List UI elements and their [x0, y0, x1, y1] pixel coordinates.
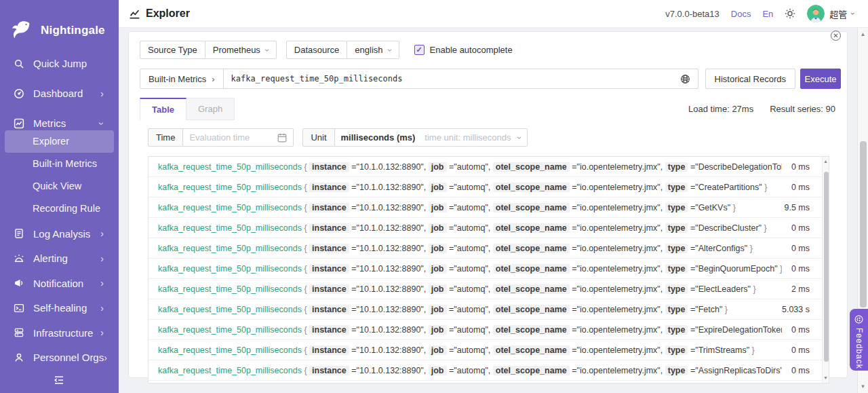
metric-name-link[interactable]: kafka_request_time_50p_milliseconds — [158, 366, 302, 375]
sidebar-item-self-healing[interactable]: Self-healing› — [0, 297, 119, 319]
metric-name-link[interactable]: kafka_request_time_50p_milliseconds — [158, 162, 302, 172]
theme-sun-icon[interactable] — [785, 8, 795, 19]
main-area: Explorer v7.0.0-beta13 Docs En — [119, 0, 868, 393]
unit-select[interactable]: milliseconds (ms) time unit: millisecond… — [335, 128, 528, 147]
label-key: otel_scope_name — [493, 305, 570, 314]
label-key: job — [429, 244, 447, 253]
table-row: kafka_request_time_50p_milliseconds { in… — [149, 279, 829, 299]
metric-name-link[interactable]: kafka_request_time_50p_milliseconds — [158, 244, 302, 253]
label-key: otel_scope_name — [493, 183, 570, 192]
topbar: Explorer v7.0.0-beta13 Docs En — [119, 0, 868, 28]
metric-name-link[interactable]: kafka_request_time_50p_milliseconds — [158, 183, 302, 192]
source-type-select[interactable]: Prometheus › — [205, 41, 277, 59]
calendar-icon[interactable] — [277, 133, 287, 143]
username-label: 超管 — [829, 7, 847, 20]
scroll-up-icon[interactable]: ▲ — [858, 29, 868, 39]
tab-graph[interactable]: Graph — [186, 98, 235, 120]
label-key: otel_scope_name — [493, 284, 570, 294]
sidebar-item-personnel-orgs[interactable]: Personnel Orgs› — [0, 346, 119, 369]
label-key: instance — [309, 325, 349, 335]
feedback-button[interactable]: Feedback — [850, 309, 868, 371]
metric-name-link[interactable]: kafka_request_time_50p_milliseconds — [158, 325, 302, 335]
label-key: otel_scope_name — [493, 162, 570, 172]
chevron-right-icon: › — [104, 353, 107, 362]
scroll-up-icon[interactable]: ▲ — [823, 157, 829, 166]
table-tabpane: Time Unit — [140, 128, 841, 383]
time-group: Time — [148, 128, 294, 147]
chevron-down-icon: › — [263, 49, 271, 52]
app-logo[interactable]: Nightingale — [0, 0, 119, 49]
metrics-icon — [14, 118, 24, 129]
checkbox-checked-icon[interactable]: ✓ — [414, 45, 425, 55]
query-row: Built-in Metrics › Historical Records Ex… — [140, 69, 841, 89]
sidebar-item-alerting[interactable]: Alerting› — [0, 247, 119, 269]
time-label: Time — [148, 128, 183, 147]
sidebar-item-explorer[interactable]: Explorer — [5, 130, 114, 153]
series-expression: kafka_request_time_50p_milliseconds { in… — [158, 366, 782, 375]
label-key: job — [429, 183, 447, 192]
metric-name-link[interactable]: kafka_request_time_50p_milliseconds — [158, 203, 302, 212]
sidebar-item-built-in-metrics[interactable]: Built-in Metrics — [5, 153, 114, 175]
execute-button[interactable]: Execute — [800, 69, 841, 89]
table-row: kafka_request_time_50p_milliseconds { in… — [149, 259, 829, 279]
smiley-icon — [854, 315, 863, 324]
label-key: job — [429, 203, 447, 212]
sidebar: Nightingale Quick JumpDashboard›Metrics›… — [0, 0, 119, 393]
person-icon — [14, 352, 24, 363]
metric-name-link[interactable]: kafka_request_time_50p_milliseconds — [158, 305, 302, 314]
series-expression: kafka_request_time_50p_milliseconds { in… — [158, 183, 782, 192]
label-key: instance — [309, 264, 349, 274]
docs-link[interactable]: Docs — [731, 9, 751, 19]
sidebar-item-infrastructure[interactable]: Infrastructure› — [0, 322, 119, 344]
chevron-down-icon: › — [849, 12, 857, 15]
datasource-select[interactable]: english › — [347, 41, 399, 59]
metric-name-link[interactable]: kafka_request_time_50p_milliseconds — [158, 264, 302, 274]
chevron-right-icon: › — [100, 328, 104, 337]
series-value: 0 ms — [791, 264, 814, 274]
user-menu[interactable]: 超管 › — [807, 5, 854, 22]
tab-table[interactable]: Table — [140, 98, 186, 120]
table-scrollbar[interactable]: ▲ ▼ — [822, 157, 829, 383]
label-key: job — [429, 305, 447, 314]
built-in-metrics-button[interactable]: Built-in Metrics › — [140, 69, 224, 88]
main-scrollbar-thumb[interactable] — [860, 141, 867, 307]
label-key: type — [665, 305, 688, 314]
logo-text: Nightingale — [41, 24, 105, 37]
chevron-right-icon: › — [212, 75, 214, 83]
result-tabs: Table Graph Load time: 27ms Result serie… — [140, 98, 841, 120]
metric-name-link[interactable]: kafka_request_time_50p_milliseconds — [158, 223, 302, 233]
dashboard-icon — [14, 88, 24, 99]
historical-records-button[interactable]: Historical Records — [705, 69, 795, 89]
sidebar-item-quick-jump[interactable]: Quick Jump — [0, 52, 119, 75]
label-key: instance — [309, 183, 349, 192]
sidebar-item-recording-rule[interactable]: Recording Rule — [5, 198, 114, 220]
evaluation-time-input[interactable] — [189, 132, 277, 143]
series-value: 0 ms — [791, 366, 814, 375]
query-panel: Source Type Prometheus › Datasource engl… — [128, 31, 848, 378]
autocomplete-toggle[interactable]: ✓ Enable autocomplete — [414, 45, 513, 55]
label-key: instance — [309, 284, 349, 294]
metric-name-link[interactable]: kafka_request_time_50p_milliseconds — [158, 284, 302, 294]
chevron-right-icon: › — [100, 229, 104, 238]
metric-name-link[interactable]: kafka_request_time_50p_milliseconds — [158, 345, 302, 355]
sidebar-item-notification[interactable]: Notification› — [0, 272, 119, 295]
language-switch[interactable]: En — [762, 9, 773, 19]
label-key: instance — [309, 345, 349, 355]
table-scrollbar-thumb[interactable] — [824, 172, 829, 362]
label-key: job — [429, 284, 447, 294]
sidebar-item-log-analysis[interactable]: Log Analysis› — [0, 223, 119, 245]
sidebar-item-quick-view[interactable]: Quick View — [5, 175, 114, 198]
table-row: kafka_request_time_50p_milliseconds { in… — [149, 198, 829, 218]
globe-icon[interactable] — [677, 69, 698, 88]
sidebar-collapse-icon[interactable] — [53, 375, 66, 386]
sidebar-item-dashboard[interactable]: Dashboard› — [0, 82, 119, 105]
feedback-label: Feedback — [854, 328, 864, 369]
scroll-down-icon[interactable]: ▼ — [858, 381, 868, 392]
sidebar-submenu: ExplorerBuilt-in MetricsQuick ViewRecord… — [0, 130, 119, 220]
promql-input[interactable] — [224, 69, 677, 88]
label-key: otel_scope_name — [493, 264, 570, 274]
close-panel-icon[interactable]: ✕ — [831, 31, 841, 41]
label-key: instance — [309, 244, 349, 253]
result-series-label: Result series: 90 — [770, 104, 835, 114]
scroll-down-icon[interactable]: ▼ — [823, 374, 829, 382]
